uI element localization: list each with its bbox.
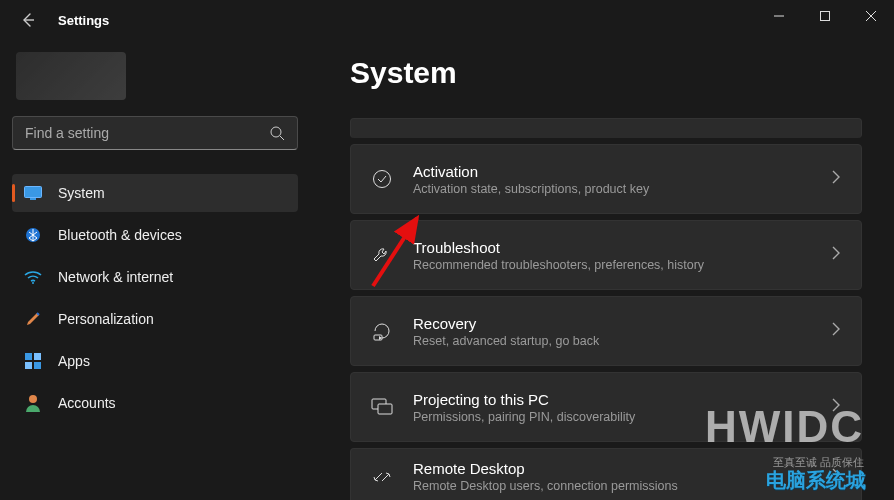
svg-point-10 bbox=[29, 395, 37, 403]
remote-arrows-icon bbox=[371, 466, 393, 488]
page-title: System bbox=[350, 56, 862, 90]
nav-label: Network & internet bbox=[58, 269, 173, 285]
check-circle-icon bbox=[371, 168, 393, 190]
svg-rect-0 bbox=[821, 12, 830, 21]
nav-item-system[interactable]: System bbox=[12, 174, 298, 212]
row-subtitle: Recommended troubleshooters, preferences… bbox=[413, 258, 831, 272]
svg-rect-7 bbox=[34, 353, 41, 360]
nav-label: Bluetooth & devices bbox=[58, 227, 182, 243]
person-icon bbox=[24, 394, 42, 412]
nav-item-apps[interactable]: Apps bbox=[12, 342, 298, 380]
row-title: Recovery bbox=[413, 315, 831, 332]
row-subtitle: Permissions, pairing PIN, discoverabilit… bbox=[413, 410, 831, 424]
display-icon bbox=[24, 184, 42, 202]
search-box[interactable] bbox=[12, 116, 298, 150]
back-button[interactable] bbox=[14, 6, 42, 34]
arrow-left-icon bbox=[20, 12, 36, 28]
maximize-icon bbox=[820, 11, 830, 21]
svg-point-1 bbox=[271, 127, 281, 137]
chevron-right-icon bbox=[831, 398, 841, 416]
svg-point-5 bbox=[32, 282, 34, 284]
settings-row-remote-desktop[interactable]: Remote Desktop Remote Desktop users, con… bbox=[350, 448, 862, 500]
chevron-right-icon bbox=[831, 322, 841, 340]
wifi-icon bbox=[24, 268, 42, 286]
svg-rect-2 bbox=[25, 187, 42, 198]
close-button[interactable] bbox=[848, 0, 894, 32]
nav-label: System bbox=[58, 185, 105, 201]
svg-rect-9 bbox=[34, 362, 41, 369]
chevron-right-icon bbox=[831, 246, 841, 264]
row-title: Troubleshoot bbox=[413, 239, 831, 256]
sidebar: System Bluetooth & devices Network & int… bbox=[0, 40, 310, 500]
nav-item-network[interactable]: Network & internet bbox=[12, 258, 298, 296]
nav-item-bluetooth[interactable]: Bluetooth & devices bbox=[12, 216, 298, 254]
svg-rect-14 bbox=[378, 404, 392, 414]
settings-row-recovery[interactable]: Recovery Reset, advanced startup, go bac… bbox=[350, 296, 862, 366]
nav-label: Personalization bbox=[58, 311, 154, 327]
nav-item-personalization[interactable]: Personalization bbox=[12, 300, 298, 338]
row-subtitle: Activation state, subscriptions, product… bbox=[413, 182, 831, 196]
apps-icon bbox=[24, 352, 42, 370]
nav-list: System Bluetooth & devices Network & int… bbox=[12, 174, 298, 422]
projecting-icon bbox=[371, 396, 393, 418]
recovery-icon bbox=[371, 320, 393, 342]
nav-label: Accounts bbox=[58, 395, 116, 411]
app-title: Settings bbox=[58, 13, 109, 28]
svg-rect-8 bbox=[25, 362, 32, 369]
search-input[interactable] bbox=[25, 125, 269, 141]
close-icon bbox=[866, 11, 876, 21]
row-title: Remote Desktop bbox=[413, 460, 831, 477]
chevron-right-icon bbox=[831, 170, 841, 188]
row-title: Activation bbox=[413, 163, 831, 180]
svg-rect-6 bbox=[25, 353, 32, 360]
row-title: Projecting to this PC bbox=[413, 391, 831, 408]
svg-rect-3 bbox=[30, 198, 36, 200]
brush-icon bbox=[24, 310, 42, 328]
svg-point-11 bbox=[374, 171, 391, 188]
row-subtitle: Reset, advanced startup, go back bbox=[413, 334, 831, 348]
settings-row-troubleshoot[interactable]: Troubleshoot Recommended troubleshooters… bbox=[350, 220, 862, 290]
user-profile-card[interactable] bbox=[16, 52, 126, 100]
settings-row-partial[interactable] bbox=[350, 118, 862, 138]
row-subtitle: Remote Desktop users, connection permiss… bbox=[413, 479, 831, 493]
minimize-button[interactable] bbox=[756, 0, 802, 32]
nav-item-accounts[interactable]: Accounts bbox=[12, 384, 298, 422]
bluetooth-icon bbox=[24, 226, 42, 244]
settings-row-activation[interactable]: Activation Activation state, subscriptio… bbox=[350, 144, 862, 214]
wrench-icon bbox=[371, 244, 393, 266]
minimize-icon bbox=[774, 11, 784, 21]
nav-label: Apps bbox=[58, 353, 90, 369]
settings-row-projecting[interactable]: Projecting to this PC Permissions, pairi… bbox=[350, 372, 862, 442]
search-icon bbox=[269, 125, 285, 141]
maximize-button[interactable] bbox=[802, 0, 848, 32]
main-content: System Activation Activation state, subs… bbox=[310, 40, 894, 500]
chevron-right-icon bbox=[831, 468, 841, 486]
